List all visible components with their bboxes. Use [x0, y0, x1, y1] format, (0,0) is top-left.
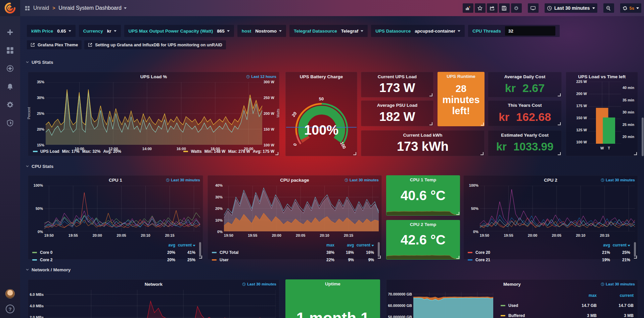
link-grafana-plex-theme[interactable]: Grafana Plex Theme — [27, 40, 82, 49]
breadcrumb-section[interactable]: Unraid — [33, 5, 49, 11]
legend-series-name[interactable]: Core 0 — [32, 250, 156, 255]
panel-time-range[interactable]: Last 30 minutes — [601, 282, 635, 286]
panel-title[interactable]: CPU 1 Temp — [386, 177, 460, 182]
cpu2-chart[interactable] — [480, 186, 635, 231]
link-ups-monitoring-guide[interactable]: Setting up Grafana and InfluxDB for UPS … — [84, 40, 226, 49]
legend-sort-current[interactable]: current — [610, 243, 634, 247]
variable-ups-datasource[interactable]: UPS Datasourceapcupsd-container — [371, 25, 465, 37]
x-axis: 19:5019:5520:0020:0520:1020:15 — [224, 233, 379, 238]
clock-icon — [246, 75, 250, 79]
dashboards-icon[interactable] — [6, 46, 14, 54]
legend-series-name[interactable]: Core 21 — [468, 258, 591, 262]
time-range-picker[interactable]: Last 30 minutes — [545, 3, 597, 13]
legend-series-name[interactable]: Watts — [191, 149, 201, 154]
y-tick: 50.000000 GB — [387, 315, 412, 318]
panel-title[interactable]: Network — [28, 282, 279, 287]
stat-value: 182 W — [361, 110, 433, 124]
add-panel-button[interactable] — [463, 3, 473, 13]
row-header-ups-stats[interactable]: UPS Stats — [26, 60, 53, 65]
legend-sort-max[interactable]: max — [315, 243, 334, 247]
cpu-threads-input[interactable] — [505, 26, 555, 36]
legend-row: Core 020%41% — [32, 249, 199, 256]
panel-time-range[interactable]: Last 30 minutes — [344, 178, 379, 182]
legend-sort-max[interactable]: max — [566, 293, 597, 298]
panel-time-range[interactable]: Last 30 minutes — [242, 282, 276, 286]
panel-title[interactable]: Estimated Yearly Cost — [488, 133, 561, 138]
legend-row: Core 2119%21% — [468, 256, 634, 264]
explore-compass-icon[interactable] — [6, 64, 14, 73]
row-header-network-memory[interactable]: Network / Memory — [26, 267, 71, 272]
dashboard-links-row: Grafana Plex Theme Setting up Grafana an… — [27, 40, 226, 49]
panel-time-range[interactable]: Last 30 minutes — [166, 178, 200, 182]
legend-series-name[interactable]: CPU Total — [212, 250, 315, 255]
legend-sort-current[interactable]: current — [597, 293, 634, 298]
panel-title[interactable]: Uptime — [285, 281, 380, 286]
create-plus-icon[interactable] — [6, 28, 14, 36]
legend-scrollbar[interactable] — [199, 242, 201, 257]
panel-time-range[interactable]: Last 30 minutes — [601, 178, 635, 182]
variable-ups-max-output[interactable]: UPS Max Output Power Capacity (Watt)865 — [124, 25, 234, 37]
network-chart[interactable] — [45, 290, 276, 318]
legend-table: maxavgcurrent CPU Total38%18%16% User22%… — [212, 241, 378, 264]
zoom-out-time-button[interactable] — [603, 3, 614, 13]
legend-sort-avg[interactable]: avg — [334, 243, 354, 247]
y-axis-left: 35%30%25%20%15% — [31, 80, 44, 147]
panel-title[interactable]: CPU 2 Temp — [386, 222, 460, 227]
ups-load-chart[interactable] — [46, 82, 262, 145]
help-icon[interactable]: ? — [6, 305, 14, 313]
panel-title[interactable]: This Years Cost — [488, 103, 561, 108]
save-dashboard-button[interactable] — [499, 3, 510, 13]
grafana-logo[interactable] — [0, 0, 20, 16]
legend-series-name[interactable]: Core 20 — [468, 250, 591, 255]
dashboard-title[interactable]: Unraid System Dashboard — [58, 5, 127, 11]
legend-row: Buffered3 MB3 MB — [501, 311, 634, 318]
panel-title[interactable]: Memory — [386, 282, 638, 287]
legend-series-name[interactable]: Buffered — [501, 313, 566, 318]
panel-current-ups-load: Current UPS Load 173 W — [361, 72, 433, 97]
variable-currency[interactable]: Currencykr — [79, 25, 121, 37]
panel-title[interactable]: Average Daily Cost — [488, 74, 561, 79]
panel-title[interactable]: UPS Load vs Time left — [566, 74, 638, 79]
legend-sort-avg[interactable]: avg — [156, 243, 175, 247]
legend-scrollbar[interactable] — [634, 242, 636, 257]
user-avatar[interactable] — [5, 289, 15, 299]
cpu-package-chart[interactable] — [224, 186, 379, 231]
ups-load-vs-time-chart[interactable] — [588, 82, 621, 144]
star-dashboard-button[interactable] — [475, 3, 486, 13]
y-axis-left: 225 W200 W175 W150 W125 W100 W — [568, 80, 587, 144]
panel-title[interactable]: Current UPS Load — [361, 74, 433, 79]
variable-kwh-price[interactable]: kWh Price0.65 — [27, 25, 76, 37]
top-navbar: Unraid > Unraid System Dashboard Last 30… — [20, 0, 644, 16]
legend-sort-current[interactable]: current — [354, 243, 378, 247]
panel-title[interactable]: UPS Load % — [28, 74, 279, 79]
server-admin-shield-icon[interactable] — [6, 119, 14, 127]
variable-host[interactable]: hostNostromo — [237, 25, 286, 37]
y-tick: 60.000000 GB — [387, 304, 412, 308]
row-header-cpu-stats[interactable]: CPU Stats — [26, 164, 53, 169]
legend-sort-avg[interactable]: avg — [591, 243, 610, 247]
page-scrollbar-thumb[interactable] — [642, 118, 644, 156]
panel-title[interactable]: UPS Runtime — [438, 74, 485, 79]
panel-ups-load-vs-time-left: UPS Load vs Time left 225 W200 W175 W150… — [566, 72, 638, 156]
cpu1-chart[interactable] — [44, 186, 200, 231]
legend-series-name[interactable]: Core 2 — [32, 258, 156, 262]
main-area: Unraid > Unraid System Dashboard Last 30… — [20, 0, 644, 318]
legend-sort-current[interactable]: current — [175, 243, 199, 247]
legend-series-name[interactable]: User — [212, 258, 315, 262]
legend-scrollbar[interactable] — [378, 242, 380, 257]
variable-telegraf-datasource[interactable]: Telegraf DatasourceTelegraf — [289, 25, 368, 37]
dashboard-settings-button[interactable] — [511, 3, 522, 13]
panel-uptime: Uptime 1 month 1 — [285, 279, 380, 318]
cycle-view-mode-button[interactable] — [528, 3, 539, 13]
legend-series-name[interactable]: UPS Load — [40, 149, 59, 154]
legend-series-name[interactable]: Used — [501, 303, 566, 308]
configuration-gear-icon[interactable] — [6, 101, 14, 109]
alerting-bell-icon[interactable] — [6, 83, 14, 91]
share-dashboard-button[interactable] — [487, 3, 498, 13]
memory-chart[interactable] — [413, 292, 493, 318]
panel-title[interactable]: Current Load kWh — [361, 133, 484, 138]
panel-title[interactable]: Average PSU Load — [361, 103, 433, 108]
panel-time-range[interactable]: Last 12 hours — [246, 75, 276, 79]
dashboard-grid-icon[interactable] — [25, 6, 30, 11]
refresh-picker[interactable]: 5s — [620, 3, 641, 13]
